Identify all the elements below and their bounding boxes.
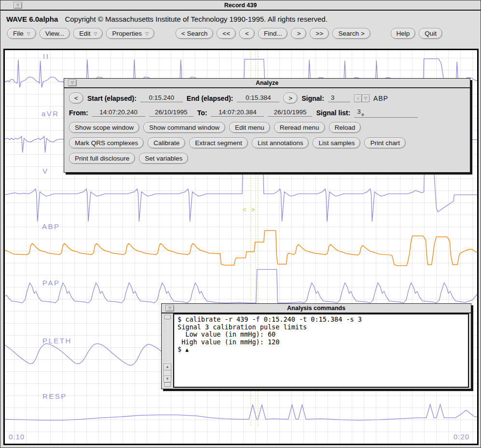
- print-full-disclosure-button[interactable]: Print full disclosure: [69, 153, 135, 164]
- analyze-buttons-row-2: Mark QRS complexes Calibrate Extract seg…: [64, 137, 470, 149]
- signal-list-label: Signal list:: [316, 109, 350, 117]
- from-time-field[interactable]: 14:07:20.240: [92, 109, 145, 117]
- scroll-up-icon[interactable]: ▲: [164, 364, 171, 370]
- text-caret-icon: ◆: [361, 112, 364, 117]
- range-prev-button[interactable]: <: [69, 93, 83, 104]
- scrollbar-track[interactable]: [166, 320, 169, 363]
- analyze-buttons-row-3: Print full disclosure Set variables: [64, 153, 470, 164]
- search-back-button[interactable]: < Search: [176, 28, 213, 39]
- to-date-field[interactable]: 26/10/1995: [268, 109, 312, 117]
- quit-button[interactable]: Quit: [419, 28, 442, 39]
- wave-abp: [5, 231, 477, 265]
- mark-qrs-complexes-button[interactable]: Mark QRS complexes: [69, 137, 144, 149]
- spinner-down-icon[interactable]: ▽: [362, 95, 370, 102]
- window-title: Record 439: [224, 2, 257, 9]
- fast-forward-button[interactable]: >>: [310, 28, 329, 39]
- search-forward-button[interactable]: Search >: [332, 28, 370, 39]
- view-menu-button[interactable]: View...: [40, 28, 70, 39]
- find-button[interactable]: Find...: [258, 28, 288, 39]
- menu-triangle-icon: ▽: [94, 31, 97, 36]
- wave-resp: [5, 405, 477, 421]
- terminal-window-menu-button[interactable]: ▽: [165, 305, 174, 312]
- show-command-window-button[interactable]: Show command window: [143, 122, 225, 133]
- signal-name-label: ABP: [373, 95, 388, 102]
- terminal-title: Analysis commands: [287, 305, 345, 312]
- set-variables-button[interactable]: Set variables: [139, 153, 188, 164]
- scrollbar-drag-handle[interactable]: [164, 370, 171, 376]
- window-menu-button[interactable]: ▽: [14, 2, 22, 9]
- scrollbar-top-anchor[interactable]: [165, 315, 171, 319]
- view-menu-label: View...: [45, 30, 65, 37]
- extract-segment-button[interactable]: Extract segment: [189, 137, 248, 149]
- range-next-button[interactable]: >: [283, 93, 298, 104]
- analyze-title: Analyze: [256, 80, 278, 86]
- properties-menu-button[interactable]: Properties ▽: [106, 28, 154, 39]
- scroll-down-icon[interactable]: ▼: [164, 376, 171, 382]
- signal-label-v: V: [42, 167, 49, 175]
- terminal-prompt-line: $ ▲: [178, 346, 465, 354]
- terminal-cursor: ▲: [185, 347, 189, 353]
- time-end-label: 0:20: [454, 433, 469, 441]
- selection-left-marker: <: [243, 206, 247, 213]
- list-annotations-button[interactable]: List annotations: [252, 137, 309, 149]
- edit-menu-button[interactable]: Edit ▽: [73, 28, 103, 39]
- help-button[interactable]: Help: [391, 28, 416, 39]
- step-back-button[interactable]: <: [239, 28, 255, 39]
- signal-label-avr: aVR: [41, 109, 59, 118]
- signal-list-value: 3: [357, 108, 361, 115]
- step-forward-button[interactable]: >: [291, 28, 306, 39]
- reload-button[interactable]: Reload: [329, 122, 361, 133]
- start-elapsed-label: Start (elapsed):: [87, 95, 137, 102]
- analyze-absolute-row: From: 14:07:20.240 26/10/1995 To: 14:07:…: [64, 108, 470, 118]
- analyze-window-menu-button[interactable]: ▽: [68, 80, 77, 86]
- signal-label-pleth: PLETH: [42, 337, 72, 345]
- calibrate-button[interactable]: Calibrate: [148, 137, 185, 149]
- terminal-body: ▲ ▼ $ calibrate -r 439 -f 0:15.240 -t 0:…: [162, 313, 471, 388]
- terminal-line: Low value (in mmHg): 60: [178, 331, 465, 339]
- window-titlebar: ▽ Record 439: [0, 0, 481, 11]
- start-elapsed-field[interactable]: 0:15.240: [140, 94, 183, 102]
- selection-right-marker: >: [251, 206, 255, 213]
- analyze-titlebar: ▽ Analyze: [64, 79, 470, 88]
- signal-label-resp: RESP: [42, 392, 67, 400]
- file-menu-label: File: [13, 30, 24, 37]
- signal-list-field[interactable]: 3◆: [354, 108, 418, 118]
- print-chart-button[interactable]: Print chart: [364, 137, 406, 149]
- terminal-line: Signal 3 calibration pulse limits: [178, 324, 465, 331]
- menu-triangle-icon: ▽: [27, 31, 30, 36]
- terminal-line: High value (in mmHg): 120: [178, 339, 465, 346]
- signal-label: Signal:: [302, 95, 324, 102]
- properties-menu-label: Properties: [112, 30, 142, 37]
- end-elapsed-label: End (elapsed):: [187, 95, 233, 102]
- from-label: From:: [69, 109, 88, 117]
- to-time-field[interactable]: 14:07:20.384: [211, 109, 264, 117]
- signal-field[interactable]: 3: [328, 94, 350, 102]
- file-menu-button[interactable]: File ▽: [7, 28, 36, 39]
- analysis-commands-window: ▽ Analysis commands ▲ ▼ $ calibrate -r 4…: [161, 303, 471, 389]
- signal-label-pap: PAP: [42, 279, 60, 287]
- terminal-scrollbar: ▲ ▼: [162, 313, 173, 388]
- spinner-up-icon[interactable]: ▲: [354, 95, 362, 102]
- wave-pap: [5, 270, 477, 303]
- menubar: File ▽ View... Edit ▽ Properties ▽ < Sea…: [0, 24, 481, 39]
- app-brand: WAVE 6.0alpha: [6, 15, 58, 23]
- analyze-buttons-row-1: Show scope window Show command window Ed…: [64, 122, 470, 133]
- show-scope-window-button[interactable]: Show scope window: [69, 122, 139, 133]
- edit-menu-label: Edit: [79, 30, 90, 37]
- edit-menu-button-dialog[interactable]: Edit menu: [229, 122, 270, 133]
- signal-spinner: ▲ ▽: [354, 95, 370, 102]
- terminal-prompt: $: [178, 345, 185, 353]
- signal-label-abp: ABP: [42, 222, 60, 231]
- brand-line: WAVE 6.0alpha Copyright © Massachusetts …: [0, 11, 481, 24]
- scrollbar-bottom-anchor[interactable]: [165, 382, 171, 387]
- app-window: ▽ Record 439 WAVE 6.0alpha Copyright © M…: [0, 0, 481, 448]
- rewind-button[interactable]: <<: [217, 28, 236, 39]
- terminal-screen[interactable]: $ calibrate -r 439 -f 0:15.240 -t 0:15.3…: [173, 313, 469, 388]
- reread-menu-button[interactable]: Reread menu: [274, 122, 325, 133]
- from-date-field[interactable]: 26/10/1995: [149, 109, 193, 117]
- analyze-range-row: < Start (elapsed): 0:15.240 End (elapsed…: [64, 93, 470, 104]
- list-samples-button[interactable]: List samples: [313, 137, 360, 149]
- menu-triangle-icon: ▽: [145, 31, 149, 36]
- end-elapsed-field[interactable]: 0:15.384: [237, 94, 279, 102]
- time-start-label: 0:10: [9, 433, 25, 441]
